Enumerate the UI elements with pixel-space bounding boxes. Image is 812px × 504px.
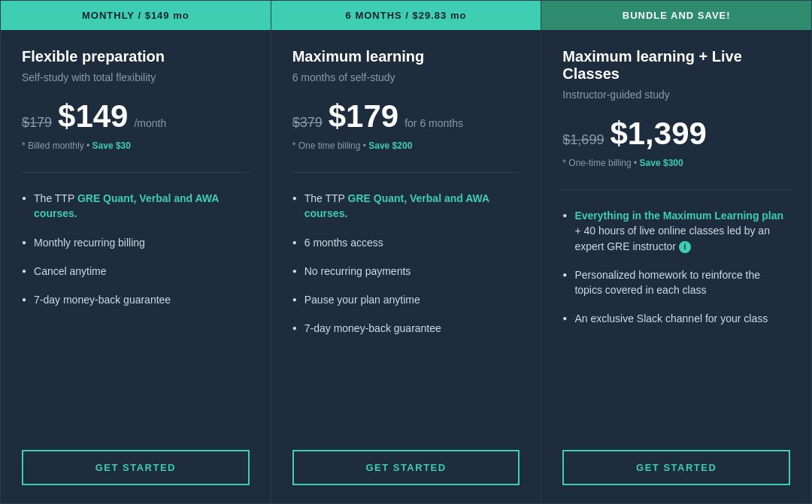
feature-item-sixmonths-0: The TTP GRE Quant, Verbal and AWA course… — [292, 191, 520, 222]
feature-highlight: GRE Quant, Verbal and AWA courses. — [34, 192, 219, 219]
feature-text: Personalized homework to reinforce the t… — [574, 267, 790, 298]
plan-title-monthly: Flexible preparation — [22, 48, 250, 65]
billing-note-sixmonths: * One time billing • Save $200 — [292, 140, 520, 151]
save-badge-monthly: Save $30 — [92, 140, 131, 151]
feature-text: 7-day money-back guarantee — [34, 292, 171, 307]
feature-text: Cancel anytime — [34, 264, 107, 279]
feature-item-sixmonths-4: 7-day money-back guarantee — [292, 321, 520, 336]
feature-item-sixmonths-2: No recurring payments — [292, 264, 520, 279]
feature-item-monthly-1: Monthly recurring billing — [22, 235, 250, 250]
plan-header-monthly: MONTHLY / $149 mo — [1, 1, 271, 30]
feature-item-sixmonths-1: 6 months access — [292, 235, 520, 250]
feature-highlight: GRE Quant, Verbal and AWA courses. — [304, 192, 489, 219]
plan-header-bundle: BUNDLE AND SAVE! — [541, 1, 811, 30]
cta-button-monthly[interactable]: GET STARTED — [22, 450, 250, 485]
cta-button-sixmonths[interactable]: GET STARTED — [292, 450, 520, 485]
feature-item-monthly-3: 7-day money-back guarantee — [22, 292, 250, 307]
billing-note-monthly: * Billed monthly • Save $30 — [22, 140, 250, 151]
feature-text: The TTP GRE Quant, Verbal and AWA course… — [34, 191, 250, 222]
plan-header-sixmonths: 6 MONTHS / $29.83 mo — [271, 1, 541, 30]
save-badge-sixmonths: Save $200 — [368, 140, 412, 151]
feature-item-bundle-2: An exclusive Slack channel for your clas… — [562, 311, 790, 326]
plan-title-bundle: Maximum learning + Live Classes — [562, 48, 790, 83]
billing-note-bundle: * One-time billing • Save $300 — [562, 158, 790, 168]
feature-text: An exclusive Slack channel for your clas… — [574, 311, 768, 326]
save-badge-bundle: Save $300 — [640, 158, 683, 168]
old-price-sixmonths: $379 — [292, 115, 323, 131]
new-price-sixmonths: $179 — [329, 98, 398, 134]
features-list-sixmonths: The TTP GRE Quant, Verbal and AWA course… — [292, 191, 520, 432]
plan-subtitle-bundle: Instructor-guided study — [562, 89, 790, 101]
plan-subtitle-sixmonths: 6 months of self-study — [292, 71, 520, 83]
new-price-bundle: $1,399 — [610, 116, 706, 152]
plan-body-sixmonths: Maximum learning6 months of self-study$3… — [271, 30, 541, 503]
plan-body-bundle: Maximum learning + Live ClassesInstructo… — [541, 30, 811, 503]
plan-title-sixmonths: Maximum learning — [292, 48, 520, 65]
price-row-monthly: $179$149/month — [22, 98, 250, 134]
plan-card-sixmonths: 6 MONTHS / $29.83 moMaximum learning6 mo… — [271, 0, 541, 504]
feature-item-monthly-2: Cancel anytime — [22, 264, 250, 279]
feature-text: Everything in the Maximum Learning plan … — [574, 208, 790, 254]
feature-text: Monthly recurring billing — [34, 235, 145, 250]
feature-item-bundle-0: Everything in the Maximum Learning plan … — [562, 208, 790, 254]
plan-body-monthly: Flexible preparationSelf-study with tota… — [1, 30, 271, 503]
pricing-container: MONTHLY / $149 moFlexible preparationSel… — [0, 0, 812, 504]
cta-button-bundle[interactable]: GET STARTED — [562, 450, 790, 485]
price-period-sixmonths: for 6 months — [404, 117, 463, 129]
feature-text: Pause your plan anytime — [304, 292, 420, 307]
feature-highlight: Everything in the Maximum Learning plan — [574, 210, 783, 222]
info-icon[interactable]: i — [679, 241, 691, 253]
feature-text: The TTP GRE Quant, Verbal and AWA course… — [304, 191, 520, 222]
plan-subtitle-monthly: Self-study with total flexibility — [22, 71, 250, 83]
price-period-monthly: /month — [134, 117, 166, 129]
feature-item-monthly-0: The TTP GRE Quant, Verbal and AWA course… — [22, 191, 250, 222]
feature-text: 6 months access — [304, 235, 383, 250]
features-list-bundle: Everything in the Maximum Learning plan … — [562, 208, 790, 432]
old-price-bundle: $1,699 — [562, 132, 604, 148]
price-row-bundle: $1,699$1,399 — [562, 116, 790, 152]
feature-item-sixmonths-3: Pause your plan anytime — [292, 292, 520, 307]
plan-card-bundle: BUNDLE AND SAVE!Maximum learning + Live … — [541, 0, 812, 504]
feature-text: No recurring payments — [304, 264, 411, 279]
features-list-monthly: The TTP GRE Quant, Verbal and AWA course… — [22, 191, 250, 432]
new-price-monthly: $149 — [58, 98, 128, 134]
plan-card-monthly: MONTHLY / $149 moFlexible preparationSel… — [0, 0, 271, 504]
price-row-sixmonths: $379$179for 6 months — [292, 98, 520, 134]
feature-item-bundle-1: Personalized homework to reinforce the t… — [562, 267, 790, 298]
old-price-monthly: $179 — [22, 115, 52, 131]
feature-text: 7-day money-back guarantee — [304, 321, 441, 336]
